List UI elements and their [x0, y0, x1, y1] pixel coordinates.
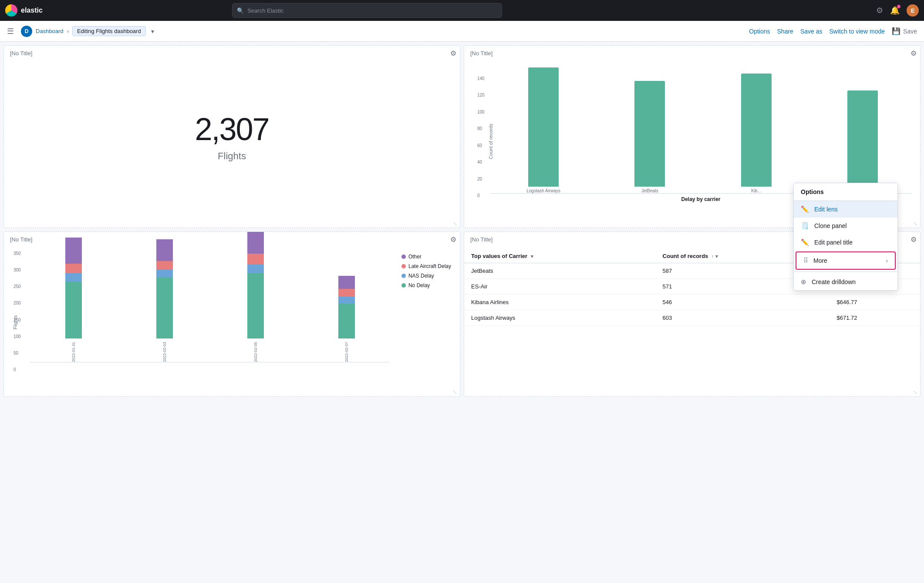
- stacked-chart-panel: [No Title] ⚙ Flights 0 50 100 150 200 25…: [3, 231, 460, 397]
- p3-y-150: 150: [13, 318, 21, 322]
- y-tick-0: 0: [477, 193, 485, 198]
- legend-late-dot: [401, 264, 406, 268]
- metric-value: 2,307: [195, 111, 269, 147]
- options-edit-title[interactable]: ✏️ Edit panel title: [794, 234, 897, 251]
- share-button[interactable]: Share: [777, 28, 793, 35]
- med-kibana: $646.77: [830, 295, 920, 310]
- pencil-icon: ✏️: [801, 205, 809, 213]
- bar-nodelay-2: [156, 278, 173, 338]
- panel4-resize-handle[interactable]: ⤡: [913, 389, 920, 396]
- y-tick-20: 20: [477, 177, 485, 181]
- chart-legend: Other Late Aircraft Delay NAS Delay No D…: [401, 254, 451, 288]
- legend-nodelay-label: No Delay: [408, 282, 430, 288]
- search-placeholder: Search Elastic: [247, 7, 283, 14]
- med-logstash: $671.72: [830, 310, 920, 326]
- panel4-gear-icon[interactable]: ⚙: [911, 235, 917, 244]
- options-button[interactable]: Options: [749, 28, 770, 35]
- panel1-resize-handle[interactable]: ⤡: [453, 221, 460, 228]
- options-create-drilldown[interactable]: ⊕ Create drilldown: [794, 274, 897, 290]
- carrier-sort-icon[interactable]: ▾: [531, 254, 533, 259]
- bar-late-2: [156, 261, 173, 270]
- legend-late: Late Aircraft Delay: [401, 263, 451, 269]
- breadcrumb-dashboard[interactable]: Dashboard: [36, 28, 64, 34]
- switch-view-button[interactable]: Switch to view mode: [829, 28, 885, 35]
- legend-late-label: Late Aircraft Delay: [408, 263, 451, 269]
- col-count-label: Count of records: [663, 253, 708, 259]
- y-tick-120: 120: [477, 93, 485, 97]
- create-drilldown-label: Create drilldown: [812, 278, 856, 285]
- bar-label-logstash: Logstash Airways: [526, 188, 560, 193]
- bar-group-2: JetBeats: [601, 81, 698, 193]
- more-label: More: [813, 257, 827, 264]
- edit-title-label: Edit panel title: [814, 239, 853, 246]
- bar-4: [847, 90, 878, 191]
- bar-other-3: [247, 231, 264, 254]
- bell-icon[interactable]: 🔔: [890, 6, 900, 15]
- top-navigation: elastic 🔍 Search Elastic ⚙ 🔔 E: [0, 0, 924, 21]
- legend-other: Other: [401, 254, 451, 260]
- search-icon: 🔍: [237, 7, 244, 14]
- bar-other-1: [65, 238, 82, 264]
- carrier-logstash: Logstash Airways: [464, 310, 656, 326]
- breadcrumb-bar: ☰ D Dashboard › Editing Flights dashboar…: [0, 21, 924, 42]
- panel2-title: [No Title]: [470, 50, 492, 57]
- stacked-bar-3: 2022-02-05: [212, 231, 299, 362]
- options-clone-panel[interactable]: 🗒️ Clone panel: [794, 218, 897, 234]
- bar-kibana: [741, 74, 772, 187]
- col-header-carrier[interactable]: Top values of Carrier ▾: [464, 249, 656, 263]
- options-edit-lens[interactable]: ✏️ Edit lens: [794, 201, 897, 218]
- panel2-resize-handle[interactable]: ⤡: [913, 221, 920, 228]
- search-bar[interactable]: 🔍 Search Elastic: [232, 3, 502, 18]
- metric-panel: [No Title] ⚙ 2,307 Flights ⤡: [3, 45, 460, 228]
- stacked-bar-2: 2022-02-03: [121, 239, 208, 362]
- dashboard-grid: [No Title] ⚙ 2,307 Flights ⤡ [No Title] …: [0, 42, 924, 583]
- settings-icon[interactable]: ⚙: [876, 6, 883, 15]
- legend-nas-label: NAS Delay: [408, 273, 434, 279]
- stacked-bar-1: 2022-01-31: [30, 238, 117, 362]
- elastic-logo[interactable]: elastic: [5, 4, 43, 17]
- bar-logstash: [528, 67, 559, 187]
- hamburger-icon[interactable]: ☰: [7, 27, 14, 36]
- panel2-gear-icon[interactable]: ⚙: [911, 49, 917, 57]
- panel3-title: [No Title]: [10, 236, 32, 243]
- options-menu-title: Options: [794, 183, 897, 201]
- save-label: Save: [903, 28, 917, 35]
- bar-group-4: [814, 90, 911, 193]
- legend-nodelay: No Delay: [401, 282, 451, 288]
- save-button[interactable]: 💾 Save: [892, 27, 917, 35]
- table-row: Kibana Airlines 546 $646.77: [464, 295, 920, 310]
- bar-nodelay-3: [247, 273, 264, 338]
- bar-group-3: Kib...: [708, 74, 805, 193]
- p3-y-250: 250: [13, 284, 21, 289]
- bar-other-2: [156, 239, 173, 261]
- count-sort-icon[interactable]: ↑ ▾: [712, 254, 718, 259]
- p3-y-200: 200: [13, 301, 21, 305]
- panel1-gear-icon[interactable]: ⚙: [450, 49, 456, 57]
- bar-other-4: [338, 276, 355, 289]
- legend-other-dot: [401, 255, 406, 259]
- breadcrumb-separator: ›: [67, 28, 69, 34]
- save-as-button[interactable]: Save as: [800, 28, 823, 35]
- bar-late-3: [247, 254, 264, 265]
- p3-y-0: 0: [13, 367, 21, 372]
- p3-y-100: 100: [13, 334, 21, 339]
- bar-group-1: Logstash Airways: [495, 67, 592, 193]
- p3-y-300: 300: [13, 268, 21, 272]
- panel3-resize-handle[interactable]: ⤡: [453, 389, 460, 396]
- y-axis-label: Count of records: [488, 124, 493, 159]
- breadcrumb-chevron-icon[interactable]: ▾: [151, 28, 154, 35]
- y-tick-60: 60: [477, 143, 485, 148]
- bar-jetbeats: [634, 81, 665, 187]
- panel3-gear-icon[interactable]: ⚙: [450, 235, 456, 244]
- options-more[interactable]: ⠿ More ›: [796, 251, 896, 270]
- user-avatar[interactable]: E: [907, 4, 919, 17]
- stacked-x-label-4: 2022-02-07: [344, 340, 349, 362]
- metric-label: Flights: [218, 151, 246, 162]
- panel4-title: [No Title]: [470, 236, 492, 243]
- p3-y-350: 350: [13, 251, 21, 256]
- logo-icon: [5, 4, 17, 17]
- count-logstash: 603: [656, 310, 830, 326]
- bar-nodelay-1: [65, 282, 82, 338]
- bar-late-4: [338, 289, 355, 297]
- bar-late-1: [65, 264, 82, 273]
